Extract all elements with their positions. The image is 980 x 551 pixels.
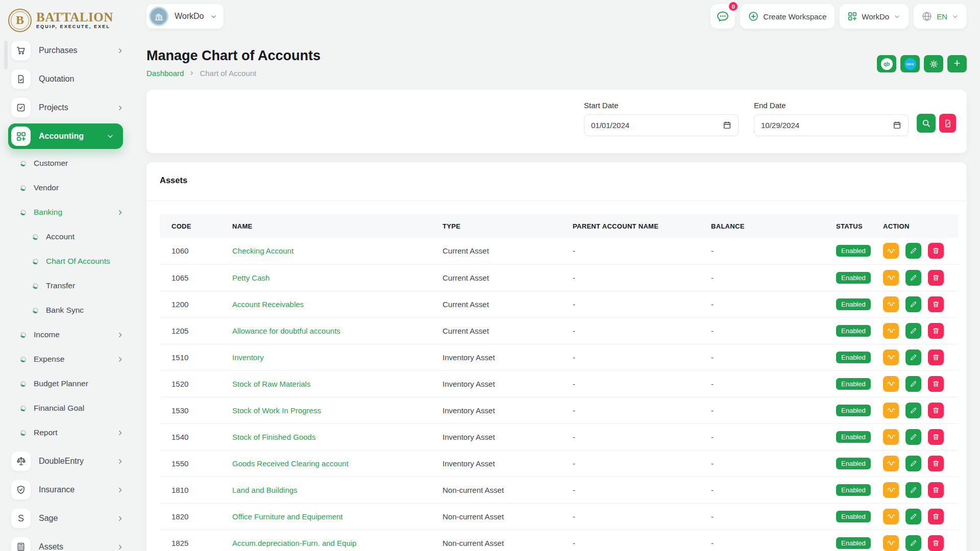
edit-button[interactable] [905,403,921,418]
delete-button[interactable] [928,535,944,551]
sidebar-item-chart-of-accounts-active[interactable]: Chart Of Accounts [8,249,135,273]
create-workspace-button[interactable]: Create Workspace [740,4,835,29]
sidebar-item-insurance[interactable]: Insurance [8,475,135,504]
sidebar-item-quotation[interactable]: Quotation [8,65,135,93]
account-code: 1200 [160,291,232,317]
xero-button[interactable]: xero [900,55,920,72]
start-date-input[interactable] [591,121,719,130]
sidebar-item-assets[interactable]: Assets [8,533,135,551]
reset-filter-button[interactable] [939,114,956,133]
table-row: 1510 Inventory Inventory Asset - - Enabl… [160,344,959,370]
workspace-menu-button[interactable]: WorkDo [840,4,909,29]
pencil-icon [910,460,917,467]
workspace-selector[interactable]: WorkDo [146,4,224,29]
table-row: 1540 Stock of Finished Goods Inventory A… [160,423,959,450]
language-selector[interactable]: EN [914,4,967,29]
transactions-button[interactable] [883,535,899,551]
sidebar-item-bank-sync[interactable]: Bank Sync [8,298,135,322]
calendar-icon[interactable] [723,121,731,130]
account-name-link[interactable]: Inventory [232,353,264,362]
edit-button[interactable] [905,456,921,471]
breadcrumb-dashboard-link[interactable]: Dashboard [146,69,184,78]
delete-button[interactable] [928,482,944,498]
delete-button[interactable] [928,296,944,312]
transactions-button[interactable] [883,243,899,259]
account-name-link[interactable]: Stock of Finished Goods [232,433,315,441]
status-badge: Enabled [836,378,871,390]
edit-button[interactable] [905,376,921,392]
column-header-balance: BALANCE [711,214,836,238]
account-name-link[interactable]: Accum.depreciation-Furn. and Equip [232,539,356,547]
sidebar-item-budget-planner[interactable]: Budget Planner [8,371,135,396]
delete-button[interactable] [928,270,944,286]
search-icon [922,119,930,128]
bullet-icon [33,259,38,264]
sidebar-item-banking[interactable]: Banking [8,200,135,224]
sidebar-item-financial-goal[interactable]: Financial Goal [8,396,135,420]
sidebar-item-doubleentry[interactable]: DoubleEntry [8,447,135,475]
transactions-button[interactable] [883,456,899,471]
pencil-icon [910,513,917,520]
quickbooks-button[interactable]: qb [877,55,896,72]
account-name-link[interactable]: Land and Buildings [232,486,298,494]
delete-button[interactable] [928,243,944,259]
transactions-button[interactable] [883,403,899,418]
sidebar-item-vendor[interactable]: Vendor [8,176,135,200]
sidebar-item-purchases[interactable]: Purchases [8,36,135,65]
edit-button[interactable] [905,482,921,498]
edit-button[interactable] [905,270,921,286]
delete-button[interactable] [928,376,944,392]
edit-button[interactable] [905,349,921,365]
account-type: Inventory Asset [443,344,573,370]
account-name-link[interactable]: Office Furniture and Equipement [232,512,343,521]
edit-button[interactable] [905,243,921,259]
sidebar-item-sage[interactable]: S Sage [8,504,135,533]
account-name-link[interactable]: Stock of Raw Materials [232,380,310,388]
account-name-link[interactable]: Petty Cash [232,273,270,282]
transactions-button[interactable] [883,509,899,524]
end-date-field: End Date [754,101,909,136]
sidebar-scrollbar[interactable] [4,41,8,69]
transactions-button[interactable] [883,323,899,339]
edit-button[interactable] [905,323,921,339]
transactions-button[interactable] [883,296,899,312]
end-date-input[interactable] [761,121,889,130]
account-name-link[interactable]: Stock of Work In Progress [232,406,321,415]
account-name-link[interactable]: Checking Account [232,246,293,255]
sidebar-item-income[interactable]: Income [8,322,135,347]
messages-button[interactable]: 0 [710,4,735,29]
edit-button[interactable] [905,535,921,551]
delete-button[interactable] [928,509,944,524]
edit-button[interactable] [905,429,921,445]
account-name-link[interactable]: Goods Received Clearing account [232,459,349,468]
settings-button[interactable] [924,55,943,72]
brand-logo[interactable]: B BATTALION EQUIP, EXECUTE, EXEL [8,0,135,36]
delete-button[interactable] [928,456,944,471]
account-type: Inventory Asset [443,450,573,477]
status-badge: Enabled [836,272,871,284]
end-date-label: End Date [754,101,909,110]
sidebar-item-report[interactable]: Report [8,420,135,445]
transactions-button[interactable] [883,482,899,498]
edit-button[interactable] [905,509,921,524]
delete-button[interactable] [928,403,944,418]
account-name-link[interactable]: Allowance for doubtful accounts [232,327,340,335]
sidebar-item-accounting-active[interactable]: Accounting [8,123,123,149]
sidebar-item-transfer[interactable]: Transfer [8,273,135,298]
search-button[interactable] [917,114,936,133]
delete-button[interactable] [928,429,944,445]
transactions-button[interactable] [883,270,899,286]
transactions-button[interactable] [883,349,899,365]
account-name-link[interactable]: Account Receivables [232,300,304,309]
sidebar-item-projects[interactable]: Projects [8,93,135,122]
edit-button[interactable] [905,296,921,312]
delete-button[interactable] [928,349,944,365]
sidebar-item-customer[interactable]: Customer [8,151,135,176]
transactions-button[interactable] [883,376,899,392]
sidebar-item-account[interactable]: Account [8,224,135,249]
delete-button[interactable] [928,323,944,339]
add-account-button[interactable]: + [947,55,967,72]
transactions-button[interactable] [883,429,899,445]
sidebar-item-expense[interactable]: Expense [8,347,135,371]
calendar-icon[interactable] [893,121,901,130]
